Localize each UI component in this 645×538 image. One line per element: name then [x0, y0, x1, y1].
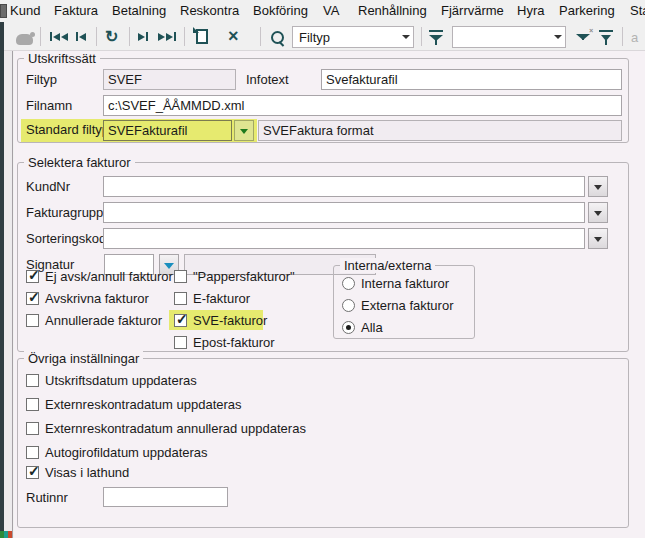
checkbox-externreskontradatum-annullerad-uppdateras[interactable]: Externreskontradatum annullerad uppdater… [26, 421, 306, 436]
radio-circle[interactable] [342, 321, 355, 334]
filter-value-combobox[interactable] [452, 26, 566, 48]
menu-faktura[interactable]: Faktura [54, 3, 98, 18]
search-field-combobox[interactable]: Filtyp [292, 26, 414, 48]
toolbar-separator [96, 27, 97, 46]
checkbox-box[interactable] [26, 314, 39, 327]
checkbox-sve-fakturor[interactable]: SVE-fakturor [174, 313, 267, 328]
checkbox-box[interactable] [26, 466, 39, 479]
checkbox-label: Avskrivna fakturor [45, 291, 149, 306]
kundnr-input[interactable] [103, 176, 585, 197]
filtyp-label: Filtyp [26, 72, 57, 87]
standard-filtyp-label: Standard filtyp [26, 122, 109, 137]
checkbox-avskrivna-fakturor[interactable]: Avskrivna fakturor [26, 291, 149, 306]
checkbox-visas-i-lathund[interactable]: Visas i lathund [26, 465, 129, 480]
menu-renhallning[interactable]: Renhållning [358, 3, 427, 18]
radio-label: Alla [361, 320, 383, 335]
checkbox-label: "Pappersfakturor" [193, 269, 295, 284]
fakturagrupp-dropdown-button[interactable] [588, 202, 608, 223]
search-icon[interactable] [271, 31, 286, 46]
menu-stat[interactable]: Stat [630, 3, 645, 18]
radio-alla[interactable]: Alla [342, 320, 383, 335]
standard-filtyp-dropdown-button[interactable] [234, 120, 254, 141]
checkbox-externreskontradatum-uppdateras[interactable]: Externreskontradatum uppdateras [26, 397, 242, 412]
last-record-button[interactable] [158, 32, 176, 41]
group-utskriftssatt: Utskriftssätt Filtyp SVEF Infotext Svefa… [17, 58, 629, 143]
checkbox-pappersfakturor[interactable]: "Pappersfakturor" [174, 269, 295, 284]
sorteringskod-label: Sorteringskod [26, 231, 106, 246]
clear-filter-icon[interactable]: × [576, 30, 590, 45]
left-gutter [4, 51, 13, 538]
new-document-icon[interactable] [196, 29, 208, 44]
menu-va[interactable]: VA [323, 3, 339, 18]
overflow-toolbar-text: a [631, 30, 638, 45]
checkbox-box[interactable] [174, 270, 187, 283]
checkbox-box[interactable] [26, 374, 39, 387]
filnamn-label: Filnamn [26, 98, 72, 113]
menu-reskontra[interactable]: Reskontra [180, 3, 239, 18]
infotext-label: Infotext [246, 72, 289, 87]
checkbox-annullerade-fakturor[interactable]: Annullerade fakturor [26, 313, 162, 328]
radio-interna-fakturor[interactable]: Interna fakturor [342, 276, 449, 291]
apply-filter-icon[interactable] [429, 30, 443, 45]
first-record-button[interactable] [50, 32, 68, 41]
filnamn-input[interactable]: c:\SVEF_ÅÅMMDD.xml [103, 95, 622, 116]
radio-circle[interactable] [342, 299, 355, 312]
toolbar-separator [184, 27, 185, 46]
rutinnr-input[interactable] [103, 487, 228, 507]
checkbox-label: E-fakturor [193, 291, 250, 306]
checkbox-box[interactable] [26, 422, 39, 435]
checkbox-box[interactable] [174, 336, 187, 349]
menu-hyra[interactable]: Hyra [517, 3, 544, 18]
sorteringskod-dropdown-button[interactable] [588, 228, 608, 249]
checkbox-e-fakturor[interactable]: E-fakturor [174, 291, 250, 306]
checkbox-epost-fakturor[interactable]: Epost-fakturor [174, 335, 275, 350]
group-selektera-fakturor: Selektera fakturor KundNr Fakturagrupp S… [17, 162, 629, 352]
menu-parkering[interactable]: Parkering [559, 3, 615, 18]
toolbar-separator [421, 27, 422, 46]
previous-record-button[interactable] [76, 32, 86, 41]
menu-fjarrvarme[interactable]: Fjärrvärme [441, 3, 504, 18]
checkbox-label: Epost-fakturor [193, 335, 275, 350]
filter-settings-icon[interactable] [599, 30, 613, 45]
next-record-button[interactable] [138, 32, 148, 41]
standard-filtyp-description: SVEFaktura format [258, 120, 622, 141]
radio-externa-fakturor[interactable]: Externa fakturor [342, 298, 454, 313]
delete-icon[interactable]: × [228, 26, 239, 47]
radio-label: Externa fakturor [361, 298, 454, 313]
checkbox-box[interactable] [26, 398, 39, 411]
toolbar-separator [260, 27, 261, 46]
chevron-down-icon[interactable] [402, 35, 410, 39]
menu-bokforing[interactable]: Bokföring [253, 3, 308, 18]
group-title: Utskriftssätt [24, 51, 100, 66]
refresh-icon[interactable]: ↻ [105, 27, 118, 46]
chevron-down-icon[interactable] [554, 35, 562, 39]
infotext-input[interactable]: Svefakturafil [321, 69, 622, 90]
kundnr-dropdown-button[interactable] [588, 176, 608, 197]
checkbox-label: Externreskontradatum annullerad uppdater… [45, 421, 306, 436]
checkbox-label: Annullerade fakturor [45, 313, 162, 328]
standard-filtyp-combobox[interactable]: SVEFakturafil [103, 120, 232, 141]
radio-circle[interactable] [342, 277, 355, 290]
group-title: Övriga inställningar [24, 351, 143, 366]
group-title: Interna/externa [340, 258, 435, 273]
checkbox-utskriftsdatum-uppdateras[interactable]: Utskriftsdatum uppdateras [26, 373, 197, 388]
checkbox-box[interactable] [26, 446, 39, 459]
toolbar-separator [129, 27, 130, 46]
checkbox-box[interactable] [26, 270, 39, 283]
checkbox-box[interactable] [174, 292, 187, 305]
fakturagrupp-input[interactable] [103, 202, 585, 223]
menu-betalning[interactable]: Betalning [112, 3, 166, 18]
checkbox-ej-avsk-annull-fakturor[interactable]: Ej avsk/annull fakturor [26, 269, 173, 284]
menu-kund[interactable]: Kund [10, 3, 40, 18]
checkbox-label: Autogirofildatum uppdateras [45, 445, 208, 460]
save-icon[interactable] [16, 34, 33, 45]
radio-label: Interna fakturor [361, 276, 449, 291]
checkbox-box[interactable] [26, 292, 39, 305]
sorteringskod-input[interactable] [103, 228, 585, 249]
checkbox-box[interactable] [174, 314, 187, 327]
fakturagrupp-label: Fakturagrupp [26, 205, 103, 220]
group-interna-externa: Interna/externa Interna fakturor Externa… [333, 265, 475, 339]
checkbox-autogirofildatum-uppdateras[interactable]: Autogirofildatum uppdateras [26, 445, 208, 460]
toolbar-separator [622, 27, 623, 46]
menu-bar: Kund Faktura Betalning Reskontra Bokföri… [0, 0, 645, 22]
